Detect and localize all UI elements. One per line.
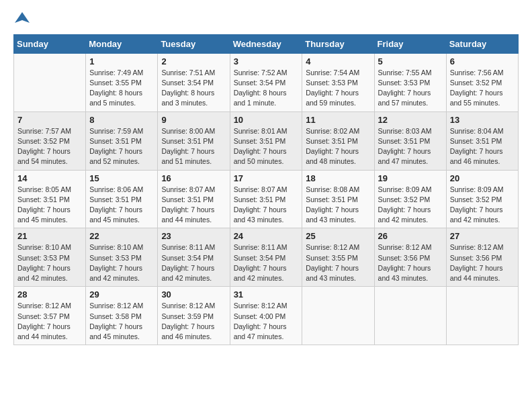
- day-info: Sunrise: 7:56 AMSunset: 3:52 PMDaylight:…: [450, 68, 515, 109]
- calendar-cell: [446, 287, 518, 345]
- day-number: 24: [234, 231, 299, 241]
- calendar-cell: 20Sunrise: 8:09 AMSunset: 3:52 PMDayligh…: [446, 170, 518, 228]
- day-info: Sunrise: 7:57 AMSunset: 3:52 PMDaylight:…: [17, 126, 82, 167]
- day-info: Sunrise: 8:12 AMSunset: 3:57 PMDaylight:…: [17, 301, 82, 342]
- day-number: 29: [89, 289, 154, 300]
- day-info: Sunrise: 8:07 AMSunset: 3:51 PMDaylight:…: [234, 185, 299, 226]
- day-number: 2: [161, 56, 226, 66]
- day-info: Sunrise: 8:05 AMSunset: 3:51 PMDaylight:…: [17, 185, 82, 226]
- day-info: Sunrise: 7:59 AMSunset: 3:51 PMDaylight:…: [89, 126, 154, 167]
- calendar-cell: 28Sunrise: 8:12 AMSunset: 3:57 PMDayligh…: [14, 287, 86, 345]
- day-number: 1: [89, 56, 154, 66]
- calendar-cell: 25Sunrise: 8:12 AMSunset: 3:55 PMDayligh…: [302, 228, 374, 287]
- weekday-saturday: Saturday: [446, 34, 518, 53]
- day-number: 5: [378, 56, 443, 66]
- calendar-cell: 29Sunrise: 8:12 AMSunset: 3:58 PMDayligh…: [86, 287, 158, 345]
- weekday-wednesday: Wednesday: [230, 34, 302, 53]
- weekday-thursday: Thursday: [302, 34, 374, 53]
- calendar-cell: 27Sunrise: 8:12 AMSunset: 3:56 PMDayligh…: [446, 228, 518, 287]
- day-number: 28: [17, 289, 82, 300]
- calendar-cell: [14, 53, 86, 111]
- day-number: 21: [17, 231, 82, 241]
- day-info: Sunrise: 8:06 AMSunset: 3:51 PMDaylight:…: [89, 185, 154, 226]
- day-number: 19: [378, 173, 443, 183]
- day-info: Sunrise: 8:12 AMSunset: 3:58 PMDaylight:…: [89, 301, 154, 342]
- day-number: 17: [234, 173, 299, 183]
- calendar-body: 1Sunrise: 7:49 AMSunset: 3:55 PMDaylight…: [14, 53, 519, 345]
- day-info: Sunrise: 7:54 AMSunset: 3:53 PMDaylight:…: [306, 68, 370, 109]
- calendar-cell: 9Sunrise: 8:00 AMSunset: 3:51 PMDaylight…: [158, 111, 230, 170]
- day-info: Sunrise: 8:07 AMSunset: 3:51 PMDaylight:…: [161, 185, 226, 226]
- day-number: 25: [306, 231, 370, 241]
- day-info: Sunrise: 8:12 AMSunset: 3:56 PMDaylight:…: [378, 242, 443, 283]
- calendar-cell: 2Sunrise: 7:51 AMSunset: 3:54 PMDaylight…: [158, 53, 230, 111]
- day-info: Sunrise: 7:55 AMSunset: 3:53 PMDaylight:…: [378, 68, 443, 109]
- day-number: 26: [378, 231, 443, 241]
- day-info: Sunrise: 8:10 AMSunset: 3:53 PMDaylight:…: [89, 242, 154, 283]
- calendar-table: SundayMondayTuesdayWednesdayThursdayFrid…: [13, 34, 519, 345]
- day-number: 23: [161, 231, 226, 241]
- day-info: Sunrise: 7:52 AMSunset: 3:54 PMDaylight:…: [234, 68, 299, 109]
- day-info: Sunrise: 8:09 AMSunset: 3:52 PMDaylight:…: [450, 185, 515, 226]
- calendar-cell: 14Sunrise: 8:05 AMSunset: 3:51 PMDayligh…: [14, 170, 86, 228]
- day-info: Sunrise: 8:11 AMSunset: 3:54 PMDaylight:…: [234, 242, 299, 283]
- day-info: Sunrise: 8:00 AMSunset: 3:51 PMDaylight:…: [161, 126, 226, 167]
- day-number: 8: [89, 115, 154, 125]
- calendar-week-row: 28Sunrise: 8:12 AMSunset: 3:57 PMDayligh…: [14, 287, 519, 345]
- svg-marker-0: [15, 12, 30, 23]
- weekday-tuesday: Tuesday: [158, 34, 230, 53]
- calendar-cell: 23Sunrise: 8:11 AMSunset: 3:54 PMDayligh…: [158, 228, 230, 287]
- calendar-cell: 13Sunrise: 8:04 AMSunset: 3:51 PMDayligh…: [446, 111, 518, 170]
- calendar-cell: 6Sunrise: 7:56 AMSunset: 3:52 PMDaylight…: [446, 53, 518, 111]
- calendar-cell: 5Sunrise: 7:55 AMSunset: 3:53 PMDaylight…: [374, 53, 446, 111]
- calendar-cell: 11Sunrise: 8:02 AMSunset: 3:51 PMDayligh…: [302, 111, 374, 170]
- calendar-week-row: 1Sunrise: 7:49 AMSunset: 3:55 PMDaylight…: [14, 53, 519, 111]
- day-number: 31: [234, 289, 299, 300]
- calendar-cell: 3Sunrise: 7:52 AMSunset: 3:54 PMDaylight…: [230, 53, 302, 111]
- day-number: 4: [306, 56, 370, 66]
- day-number: 22: [89, 231, 154, 241]
- day-info: Sunrise: 8:12 AMSunset: 3:55 PMDaylight:…: [306, 242, 370, 283]
- calendar-cell: 22Sunrise: 8:10 AMSunset: 3:53 PMDayligh…: [86, 228, 158, 287]
- day-info: Sunrise: 8:01 AMSunset: 3:51 PMDaylight:…: [234, 126, 299, 167]
- day-info: Sunrise: 8:04 AMSunset: 3:51 PMDaylight:…: [450, 126, 515, 167]
- day-number: 6: [450, 56, 515, 66]
- calendar-cell: 21Sunrise: 8:10 AMSunset: 3:53 PMDayligh…: [14, 228, 86, 287]
- weekday-friday: Friday: [374, 34, 446, 53]
- day-info: Sunrise: 8:02 AMSunset: 3:51 PMDaylight:…: [306, 126, 370, 167]
- day-info: Sunrise: 8:12 AMSunset: 3:56 PMDaylight:…: [450, 242, 515, 283]
- weekday-monday: Monday: [86, 34, 158, 53]
- day-number: 16: [161, 173, 226, 183]
- calendar-cell: 4Sunrise: 7:54 AMSunset: 3:53 PMDaylight…: [302, 53, 374, 111]
- day-info: Sunrise: 8:12 AMSunset: 4:00 PMDaylight:…: [234, 301, 299, 342]
- calendar-cell: [302, 287, 374, 345]
- calendar-cell: 30Sunrise: 8:12 AMSunset: 3:59 PMDayligh…: [158, 287, 230, 345]
- calendar-cell: 1Sunrise: 7:49 AMSunset: 3:55 PMDaylight…: [86, 53, 158, 111]
- logo-triangle-icon: [15, 11, 30, 26]
- day-info: Sunrise: 8:08 AMSunset: 3:51 PMDaylight:…: [306, 185, 370, 226]
- calendar-cell: 24Sunrise: 8:11 AMSunset: 3:54 PMDayligh…: [230, 228, 302, 287]
- day-number: 14: [17, 173, 82, 183]
- calendar-cell: 8Sunrise: 7:59 AMSunset: 3:51 PMDaylight…: [86, 111, 158, 170]
- calendar-cell: 7Sunrise: 7:57 AMSunset: 3:52 PMDaylight…: [14, 111, 86, 170]
- day-info: Sunrise: 8:11 AMSunset: 3:54 PMDaylight:…: [161, 242, 226, 283]
- day-info: Sunrise: 7:49 AMSunset: 3:55 PMDaylight:…: [89, 68, 154, 109]
- day-info: Sunrise: 8:09 AMSunset: 3:52 PMDaylight:…: [378, 185, 443, 226]
- calendar-cell: 17Sunrise: 8:07 AMSunset: 3:51 PMDayligh…: [230, 170, 302, 228]
- calendar-cell: [374, 287, 446, 345]
- day-number: 18: [306, 173, 370, 183]
- header-top: [13, 11, 519, 29]
- calendar-cell: 15Sunrise: 8:06 AMSunset: 3:51 PMDayligh…: [86, 170, 158, 228]
- day-number: 20: [450, 173, 515, 183]
- calendar-cell: 12Sunrise: 8:03 AMSunset: 3:51 PMDayligh…: [374, 111, 446, 170]
- day-number: 11: [306, 115, 370, 125]
- day-number: 7: [17, 115, 82, 125]
- day-number: 9: [161, 115, 226, 125]
- calendar-cell: 16Sunrise: 8:07 AMSunset: 3:51 PMDayligh…: [158, 170, 230, 228]
- calendar-cell: 26Sunrise: 8:12 AMSunset: 3:56 PMDayligh…: [374, 228, 446, 287]
- day-number: 12: [378, 115, 443, 125]
- day-number: 10: [234, 115, 299, 125]
- day-info: Sunrise: 8:10 AMSunset: 3:53 PMDaylight:…: [17, 242, 82, 283]
- calendar-cell: 19Sunrise: 8:09 AMSunset: 3:52 PMDayligh…: [374, 170, 446, 228]
- logo: [13, 11, 30, 29]
